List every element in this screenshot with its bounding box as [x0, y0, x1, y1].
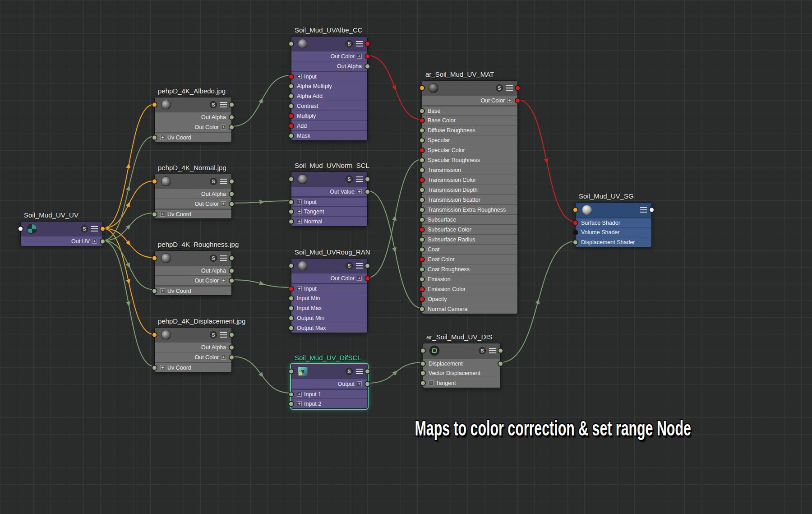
socket-green[interactable] — [419, 236, 425, 242]
socket-red[interactable] — [288, 74, 294, 79]
socket-green[interactable] — [288, 315, 294, 321]
socket-orange[interactable] — [152, 255, 157, 261]
socket-green[interactable] — [419, 167, 425, 173]
socket-green[interactable] — [419, 137, 425, 143]
socket-red[interactable] — [288, 113, 294, 119]
socket-red[interactable] — [364, 275, 370, 281]
socket-red[interactable] — [288, 123, 294, 129]
socket-green[interactable] — [419, 306, 425, 312]
expand-icon[interactable]: + — [357, 381, 362, 386]
expand-icon[interactable]: + — [429, 380, 434, 385]
node-header[interactable]: S — [291, 364, 367, 379]
socket-green[interactable] — [229, 344, 235, 350]
connections-menu-icon[interactable] — [640, 207, 647, 213]
socket-red[interactable] — [572, 220, 578, 226]
expand-icon[interactable]: + — [221, 278, 226, 283]
socket-green[interactable] — [288, 208, 294, 214]
socket-green[interactable] — [364, 369, 370, 375]
socket-green[interactable] — [364, 381, 370, 387]
socket-red[interactable] — [419, 117, 425, 123]
node-scl[interactable]: SOut Value++Input+Tangent+Normal — [291, 171, 368, 227]
socket-green[interactable] — [420, 380, 426, 386]
socket-green[interactable] — [364, 263, 370, 269]
expand-icon[interactable]: + — [297, 209, 302, 214]
socket-green[interactable] — [288, 325, 294, 331]
node-mat[interactable]: SOut Color+BaseBase ColorDiffuse Roughne… — [422, 80, 518, 314]
socket-green[interactable] — [288, 305, 294, 311]
connections-menu-icon[interactable] — [356, 263, 363, 269]
socket-green[interactable] — [419, 246, 425, 252]
socket-green[interactable] — [419, 197, 425, 203]
socket-green[interactable] — [100, 238, 106, 244]
socket-green[interactable] — [229, 191, 235, 197]
node-albedo[interactable]: SOut AlphaOut Color++Uv Coord — [154, 97, 232, 142]
expand-icon[interactable]: + — [221, 355, 226, 360]
socket-red[interactable] — [419, 296, 425, 302]
socket-green[interactable] — [288, 295, 294, 301]
socket-green[interactable] — [229, 255, 235, 261]
preview-badge[interactable]: S — [496, 84, 503, 92]
connections-menu-icon[interactable] — [220, 179, 227, 184]
socket-red[interactable] — [419, 177, 425, 183]
socket-green[interactable] — [419, 276, 425, 282]
socket-green[interactable] — [229, 268, 235, 273]
node-cc[interactable]: SOut Color+Out Alpha+InputAlpha Multiply… — [291, 36, 368, 141]
socket-green[interactable] — [152, 211, 157, 217]
socket-orange[interactable] — [152, 332, 157, 338]
socket-orange[interactable] — [419, 85, 425, 91]
socket-green[interactable] — [229, 114, 235, 120]
expand-icon[interactable]: + — [160, 288, 165, 293]
socket-red[interactable] — [364, 53, 370, 59]
socket-red[interactable] — [419, 286, 425, 292]
expand-icon[interactable]: + — [160, 135, 165, 140]
expand-icon[interactable]: + — [297, 286, 302, 291]
connections-menu-icon[interactable] — [220, 332, 227, 338]
socket-green[interactable] — [420, 348, 426, 354]
socket-green[interactable] — [152, 365, 157, 370]
node-header[interactable] — [576, 203, 651, 217]
socket-green[interactable] — [152, 288, 157, 294]
socket-white[interactable] — [18, 226, 23, 232]
node-header[interactable]: S — [422, 81, 517, 95]
socket-green[interactable] — [419, 217, 425, 222]
socket-orange[interactable] — [572, 207, 578, 213]
socket-green[interactable] — [420, 370, 426, 376]
expand-icon[interactable]: + — [507, 98, 512, 103]
connections-menu-icon[interactable] — [356, 369, 363, 374]
node-header[interactable]: S — [291, 172, 367, 186]
expand-icon[interactable]: + — [357, 54, 362, 59]
socket-green[interactable] — [288, 93, 294, 99]
preview-badge[interactable]: S — [210, 101, 217, 108]
preview-badge[interactable]: S — [346, 40, 353, 47]
preview-badge[interactable]: S — [346, 262, 353, 269]
expand-icon[interactable]: + — [297, 199, 302, 204]
socket-green[interactable] — [364, 63, 370, 69]
preview-badge[interactable]: S — [81, 225, 88, 232]
preview-badge[interactable]: S — [346, 176, 353, 183]
node-difscl[interactable]: SOutput++Input 1+Input 2 — [291, 364, 368, 409]
expand-icon[interactable]: + — [297, 392, 302, 397]
socket-green[interactable] — [420, 361, 426, 366]
connections-menu-icon[interactable] — [489, 348, 496, 353]
socket-green[interactable] — [572, 239, 578, 245]
expand-icon[interactable]: + — [221, 201, 226, 206]
node-header[interactable]: S — [155, 174, 231, 189]
socket-red[interactable] — [515, 97, 521, 103]
connections-menu-icon[interactable] — [356, 176, 363, 182]
node-ran[interactable]: SOut Color++InputInput MinInput MaxOutpu… — [291, 258, 368, 333]
socket-green[interactable] — [229, 332, 235, 338]
node-header[interactable]: S — [21, 222, 102, 236]
socket-red[interactable] — [364, 41, 370, 47]
socket-green[interactable] — [419, 207, 425, 213]
socket-green[interactable] — [288, 103, 294, 109]
expand-icon[interactable]: + — [221, 125, 226, 130]
socket-green[interactable] — [288, 83, 294, 89]
expand-icon[interactable]: + — [92, 239, 97, 244]
node-header[interactable]: S — [291, 37, 367, 51]
socket-green[interactable] — [288, 369, 294, 375]
socket-orange[interactable] — [152, 102, 157, 108]
node-header[interactable]: S — [291, 259, 367, 273]
socket-green[interactable] — [288, 263, 294, 269]
socket-white[interactable] — [649, 207, 655, 213]
socket-red[interactable] — [419, 227, 425, 232]
